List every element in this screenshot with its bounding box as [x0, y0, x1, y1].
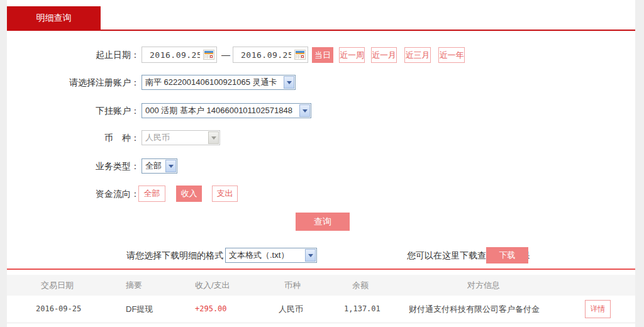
cell-currency: 人民币 — [279, 296, 303, 323]
download-format-select[interactable]: 文本格式（.txt） — [225, 248, 317, 263]
cell-balance: 1,137.01 — [344, 296, 380, 323]
register-account-value: 南平 6222001406100921065 灵通卡 — [145, 77, 277, 87]
download-button[interactable]: 下载 — [486, 247, 528, 263]
header-currency: 币种 — [284, 275, 301, 296]
currency-select: 人民币 — [142, 130, 220, 145]
header-income-expense: 收入/支出 — [195, 275, 230, 296]
fund-flow-income-button[interactable]: 收入 — [176, 186, 202, 202]
table-row: 2016-09-25 DF提现 +295.00 人民币 1,137.01 财付通… — [7, 296, 635, 323]
register-account-select[interactable]: 南平 6222001406100921065 灵通卡 — [142, 75, 296, 90]
sub-account-value: 000 活期 基本户 1406600101102571848 — [145, 106, 292, 115]
cell-trade-date: 2016-09-25 — [36, 296, 81, 323]
table-header: 交易日期 摘要 收入/支出 币种 余额 对方信息 — [7, 275, 635, 296]
sub-account-label: 下挂账户： — [7, 103, 140, 118]
calendar-icon[interactable] — [203, 50, 214, 60]
business-type-value: 全部 — [145, 161, 162, 170]
page: 明细查询 起止日期： — 当日 近一周 近一月 近三月 — [0, 0, 644, 327]
cell-amount: +295.00 — [195, 296, 227, 323]
content-panel: 明细查询 起止日期： — 当日 近一周 近一月 近三月 — [7, 0, 635, 327]
header-summary: 摘要 — [126, 275, 142, 296]
start-date-field[interactable] — [142, 47, 217, 63]
calendar-icon-stripe — [296, 53, 304, 54]
chevron-down-icon — [208, 131, 219, 144]
query-button[interactable]: 查询 — [296, 213, 350, 231]
chevron-down-icon — [299, 104, 310, 117]
end-date-input[interactable] — [233, 47, 291, 62]
download-format-value: 文本格式（.txt） — [229, 250, 289, 260]
table-top-line — [7, 269, 635, 270]
header-counterparty: 对方信息 — [467, 275, 500, 296]
date-range-label: 起止日期： — [7, 47, 140, 63]
quick-range-week-button[interactable]: 近一周 — [339, 47, 365, 63]
quick-range-today-button[interactable]: 当日 — [312, 47, 333, 63]
calendar-icon-today-dot — [210, 55, 213, 58]
business-type-select[interactable]: 全部 — [142, 158, 177, 174]
register-account-label: 请选择注册账户： — [7, 75, 140, 90]
download-format-label: 请您选择下载明细的格式 — [7, 247, 223, 263]
chevron-down-icon — [165, 160, 176, 172]
date-range-separator: — — [219, 47, 233, 63]
chevron-down-icon — [305, 249, 316, 262]
row-divider — [7, 323, 635, 323]
calendar-icon-stripe — [204, 53, 213, 54]
tab-underline — [7, 30, 635, 31]
fund-flow-label: 资金流向： — [7, 186, 140, 202]
currency-value: 人民币 — [145, 133, 170, 142]
end-date-field[interactable] — [233, 47, 308, 63]
header-balance: 余额 — [352, 275, 369, 296]
quick-range-year-button[interactable]: 近一年 — [438, 47, 465, 63]
sub-account-select[interactable]: 000 活期 基本户 1406600101102571848 — [142, 103, 311, 118]
business-type-label: 业务类型： — [7, 158, 140, 174]
cell-counterparty: 财付通支付科技有限公司客户备付金 — [409, 296, 540, 323]
fund-flow-all-button[interactable]: 全部 — [138, 186, 165, 202]
chevron-down-icon — [284, 76, 294, 89]
cell-summary: DF提现 — [126, 296, 153, 323]
fund-flow-expense-button[interactable]: 支出 — [212, 186, 238, 202]
tab-detail-query[interactable]: 明细查询 — [7, 6, 101, 30]
calendar-icon[interactable] — [294, 50, 306, 60]
currency-label: 币 种： — [7, 130, 140, 145]
quick-range-3months-button[interactable]: 近三月 — [404, 47, 431, 63]
start-date-input[interactable] — [142, 47, 200, 62]
header-trade-date: 交易日期 — [41, 275, 74, 296]
calendar-icon-today-dot — [301, 55, 304, 58]
detail-button[interactable]: 详情 — [585, 300, 611, 318]
quick-range-month-button[interactable]: 近一月 — [371, 47, 397, 63]
